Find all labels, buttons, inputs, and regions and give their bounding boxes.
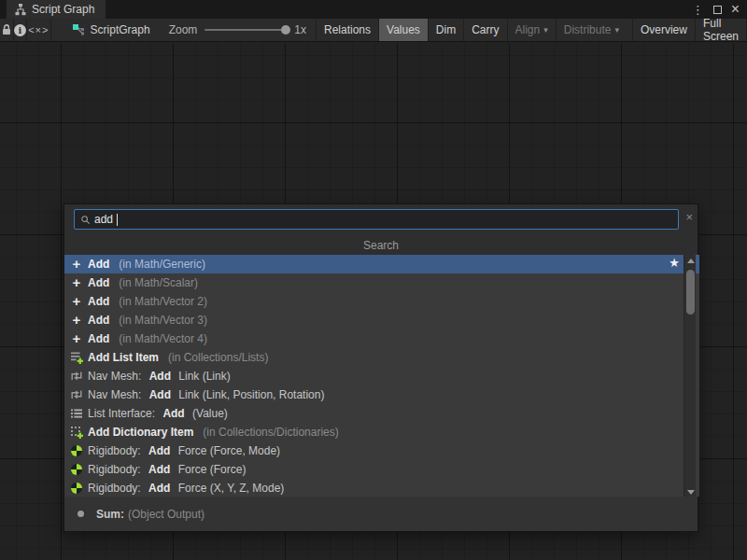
info-icon: i [14, 24, 26, 36]
maximize-icon[interactable] [713, 6, 722, 14]
toolbar-buttons: RelationsValuesDimCarryAlign▾Distribute▾… [316, 19, 747, 41]
tab-title: Script Graph [32, 3, 94, 16]
fuzzy-finder-dialog: add × Search +Add(in Math/Generic)★+Add(… [63, 203, 698, 532]
list-icon [70, 407, 83, 420]
list-item[interactable]: Rigidbody: Add Force (Force) [64, 460, 699, 479]
list-item[interactable]: Rigidbody: Add Force (X, Y, Z, Mode) [64, 479, 699, 497]
search-results-header: Search [64, 236, 698, 255]
list-item[interactable]: Nav Mesh: Add Link (Link, Position, Rota… [64, 385, 699, 404]
toolbar-button-align: Align▾ [507, 19, 556, 41]
search-row: add × [64, 204, 698, 236]
chevron-down-icon: ▾ [543, 25, 548, 35]
plus-icon: + [70, 258, 83, 271]
toolbar-button-dim[interactable]: Dim [428, 19, 463, 41]
list-item[interactable]: Add Dictionary Item(in Collections/Dicti… [64, 423, 699, 441]
toolbar-button-overview[interactable]: Overview [632, 19, 695, 41]
toolbar-button-full-screen[interactable]: Full Screen [695, 19, 747, 41]
tab-script-graph[interactable]: Script Graph [7, 0, 106, 19]
code-icon: <×> [28, 24, 49, 35]
scrollbar-thumb[interactable] [686, 270, 695, 315]
toolbar-button-carry[interactable]: Carry [463, 19, 506, 41]
search-input-value: add [94, 213, 113, 226]
title-bar: Script Graph ⋮ × [0, 0, 747, 19]
plus-icon: + [70, 314, 83, 327]
star-icon[interactable]: ★ [669, 256, 680, 270]
navmesh-icon [70, 370, 83, 383]
zoom-control: Zoom 1x [169, 19, 306, 41]
close-icon[interactable]: × [731, 2, 740, 17]
more-menu-icon[interactable]: ⋮ [692, 4, 704, 16]
zoom-label: Zoom [169, 23, 198, 36]
scroll-up-icon[interactable] [684, 255, 697, 266]
chevron-down-icon: ▾ [614, 25, 619, 35]
lock-button[interactable] [0, 19, 14, 41]
script-graph-icon [72, 23, 85, 36]
list-item[interactable]: +Add(in Math/Generic)★ [64, 255, 699, 273]
footer-detail: (Object Output) [128, 508, 204, 521]
search-icon [80, 213, 91, 226]
script-graph-window: Script Graph ⋮ × i <×> [0, 0, 747, 560]
toolbar-button-distribute: Distribute▾ [556, 19, 627, 41]
port-dot-icon [78, 511, 84, 517]
graph-hierarchy-icon [14, 3, 27, 16]
toolbar-button-values[interactable]: Values [378, 19, 428, 41]
list-item[interactable]: +Add(in Math/Scalar) [64, 273, 699, 292]
toolbar-button-relations[interactable]: Relations [316, 19, 378, 41]
text-caret [117, 214, 118, 226]
rigidbody-icon [71, 483, 82, 494]
list-item[interactable]: +Add(in Math/Vector 2) [64, 292, 699, 311]
rigidbody-icon [71, 464, 82, 475]
footer-label: Sum: [96, 508, 124, 521]
graph-breadcrumb[interactable]: ScriptGraph [72, 19, 150, 41]
rigidbody-icon [71, 445, 82, 456]
code-view-button[interactable]: <×> [27, 19, 51, 41]
navmesh-icon [70, 388, 83, 401]
list-add-icon [70, 351, 83, 364]
list-item[interactable]: +Add(in Math/Vector 4) [64, 329, 699, 348]
zoom-slider[interactable] [204, 29, 287, 31]
list-item[interactable]: Rigidbody: Add Force (Force, Mode) [64, 441, 699, 460]
lock-icon [0, 23, 13, 36]
graph-toolbar: i <×> ScriptGraph Zoom 1x RelationsValue… [0, 19, 747, 42]
plus-icon: + [70, 295, 83, 308]
plus-icon: + [70, 332, 83, 345]
graph-name-label: ScriptGraph [91, 23, 150, 36]
scrollbar[interactable] [684, 255, 696, 497]
search-results-list: +Add(in Math/Generic)★+Add(in Math/Scala… [64, 255, 699, 497]
info-button[interactable]: i [14, 19, 27, 41]
list-item[interactable]: Add List Item(in Collections/Lists) [64, 348, 699, 367]
selection-preview-footer: Sum:(Object Output) [64, 497, 698, 531]
list-item[interactable]: Nav Mesh: Add Link (Link) [64, 367, 699, 385]
dict-add-icon [70, 426, 83, 439]
plus-icon: + [70, 276, 83, 289]
zoom-value: 1x [294, 23, 306, 36]
zoom-slider-thumb[interactable] [281, 25, 290, 35]
list-item[interactable]: +Add(in Math/Vector 3) [64, 311, 699, 329]
search-input[interactable]: add [74, 209, 679, 230]
list-item[interactable]: List Interface: Add (Value) [64, 404, 699, 423]
clear-search-icon[interactable]: × [685, 211, 693, 223]
